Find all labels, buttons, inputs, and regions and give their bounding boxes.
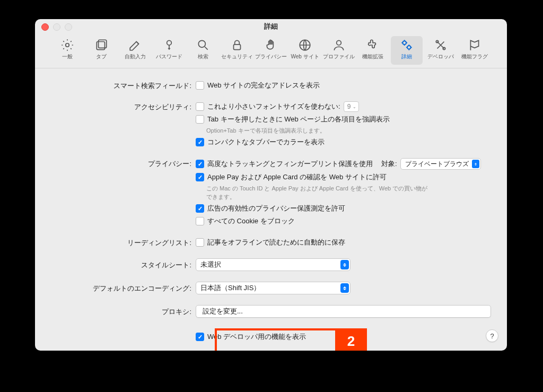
reading-list-label: リーディングリスト:: [51, 237, 196, 248]
min-font-size-value: 9: [347, 103, 351, 110]
min-font-label: これより小さいフォントサイズを使わない:: [207, 102, 340, 111]
tab-flags[interactable]: 機能フラグ: [459, 36, 491, 65]
encoding-label: デフォルトのエンコーディング:: [51, 282, 196, 293]
tab-highlight-checkbox[interactable]: [196, 115, 204, 124]
tab-autofill[interactable]: 自動入力: [119, 36, 151, 65]
proxies-label: プロキシ:: [51, 305, 196, 317]
svg-rect-5: [234, 45, 241, 50]
svg-point-7: [337, 40, 341, 45]
save-offline-checkbox[interactable]: [196, 238, 204, 247]
svg-point-0: [66, 43, 69, 47]
tab-label: 検索: [198, 53, 208, 60]
tab-label: Web サイト: [291, 53, 319, 60]
tab-label: 機能フラグ: [461, 53, 488, 60]
tab-security[interactable]: セキュリティ: [221, 36, 253, 65]
svg-point-4: [198, 40, 205, 47]
zoom-button[interactable]: [65, 23, 72, 31]
preferences-toolbar: 一般 タブ 自動入力 パスワード 検索 セキュリティ: [35, 34, 507, 68]
tab-highlight-hint: Option+Tab キーで各項目を強調表示します。: [196, 127, 429, 135]
search-icon: [196, 38, 210, 52]
ad-measurement-label: 広告の有効性のプライバシー保護測定を許可: [207, 204, 345, 213]
tab-label: デベロッパ: [427, 53, 454, 60]
gears-icon: [400, 38, 414, 52]
stylesheet-value: 未選択: [200, 260, 221, 269]
stylesheet-label: スタイルシート:: [51, 258, 196, 270]
tab-advanced[interactable]: 詳細: [391, 36, 423, 65]
apple-pay-label: Apple Pay および Apple Card の確認を Web サイトに許可: [207, 172, 387, 182]
titlebar: 詳細: [35, 19, 507, 34]
pencil-icon: [128, 38, 142, 52]
tab-websites[interactable]: Web サイト: [289, 36, 321, 65]
encoding-value: 日本語（Shift JIS）: [200, 283, 260, 293]
tab-label: セキュリティ: [221, 53, 253, 60]
change-proxy-button[interactable]: 設定を変更...: [196, 305, 491, 318]
tab-label: 詳細: [401, 53, 412, 60]
block-cookies-checkbox[interactable]: [196, 217, 204, 225]
save-offline-label: 記事をオフラインで読むために自動的に保存: [207, 238, 345, 247]
svg-point-3: [167, 40, 172, 45]
smart-search-label: スマート検索フィールド:: [51, 80, 196, 91]
svg-rect-2: [99, 40, 107, 48]
tab-search[interactable]: 検索: [187, 36, 219, 65]
accessibility-label: アクセシビリティ:: [51, 101, 196, 112]
updown-icon: [340, 283, 349, 293]
compact-color-label: コンパクトなタブバーでカラーを表示: [207, 137, 325, 147]
close-button[interactable]: [41, 23, 49, 31]
tab-label: プロファイル: [323, 53, 355, 60]
updown-icon: [472, 160, 479, 168]
window-controls: [41, 23, 72, 31]
tab-general[interactable]: 一般: [51, 36, 83, 65]
tab-privacy[interactable]: プライバシー: [255, 36, 287, 65]
show-develop-checkbox[interactable]: [196, 333, 204, 341]
help-button[interactable]: ?: [486, 329, 498, 342]
lock-icon: [230, 38, 244, 52]
apple-pay-hint: この Mac の Touch ID と Apple Pay および Apple …: [196, 185, 429, 201]
tab-label: プライバシー: [255, 53, 287, 60]
full-address-checkbox[interactable]: [196, 81, 204, 90]
preferences-window: 詳細 一般 タブ 自動入力 パスワード 検索: [35, 19, 507, 351]
svg-point-9: [407, 46, 411, 49]
hand-icon: [264, 38, 278, 52]
tab-extensions[interactable]: 機能拡張: [357, 36, 389, 65]
tracking-scope-value: プライベートブラウズ: [405, 160, 469, 169]
tracking-scope-select[interactable]: プライベートブラウズ: [400, 158, 481, 170]
globe-icon: [298, 38, 312, 52]
puzzle-icon: [366, 38, 380, 52]
tab-label: タブ: [96, 53, 107, 60]
tab-profiles[interactable]: プロファイル: [323, 36, 355, 65]
encoding-select[interactable]: 日本語（Shift JIS）: [196, 282, 351, 294]
tab-label: 機能拡張: [362, 53, 383, 60]
tab-highlight-label: Tab キーを押したときに Web ページ上の各項目を強調表示: [207, 115, 390, 124]
ad-measurement-checkbox[interactable]: [196, 204, 204, 213]
svg-rect-1: [97, 42, 104, 50]
full-address-label: Web サイトの完全なアドレスを表示: [207, 81, 320, 90]
scope-label: 対象:: [381, 159, 397, 169]
change-proxy-button-label: 設定を変更...: [203, 307, 243, 316]
flag-icon: [468, 38, 481, 52]
show-develop-label: Web デベロッパ用の機能を表示: [207, 332, 306, 342]
person-icon: [332, 38, 346, 52]
min-font-checkbox[interactable]: [196, 102, 204, 111]
svg-point-8: [402, 41, 406, 45]
minimize-button[interactable]: [53, 23, 60, 31]
chevron-down-icon: ⌄: [353, 104, 356, 109]
content-area: スマート検索フィールド: Web サイトの完全なアドレスを表示 アクセシビリティ…: [35, 68, 507, 351]
tab-label: 一般: [62, 53, 73, 60]
tabs-icon: [94, 38, 108, 52]
tab-label: 自動入力: [125, 53, 146, 60]
compact-color-checkbox[interactable]: [196, 138, 204, 146]
window-title: 詳細: [264, 22, 278, 30]
min-font-size-select[interactable]: 9 ⌄: [344, 101, 360, 112]
privacy-label: プライバシー:: [51, 158, 196, 169]
tab-developer[interactable]: デベロッパ: [425, 36, 457, 65]
help-icon: ?: [490, 332, 494, 340]
key-icon: [162, 38, 176, 52]
updown-icon: [340, 260, 349, 269]
gear-icon: [60, 38, 74, 52]
tracking-protection-checkbox[interactable]: [196, 160, 204, 168]
block-cookies-label: すべての Cookie をブロック: [207, 216, 295, 226]
apple-pay-checkbox[interactable]: [196, 173, 204, 181]
stylesheet-select[interactable]: 未選択: [196, 258, 351, 271]
tab-tabs[interactable]: タブ: [85, 36, 117, 65]
tab-passwords[interactable]: パスワード: [153, 36, 185, 65]
